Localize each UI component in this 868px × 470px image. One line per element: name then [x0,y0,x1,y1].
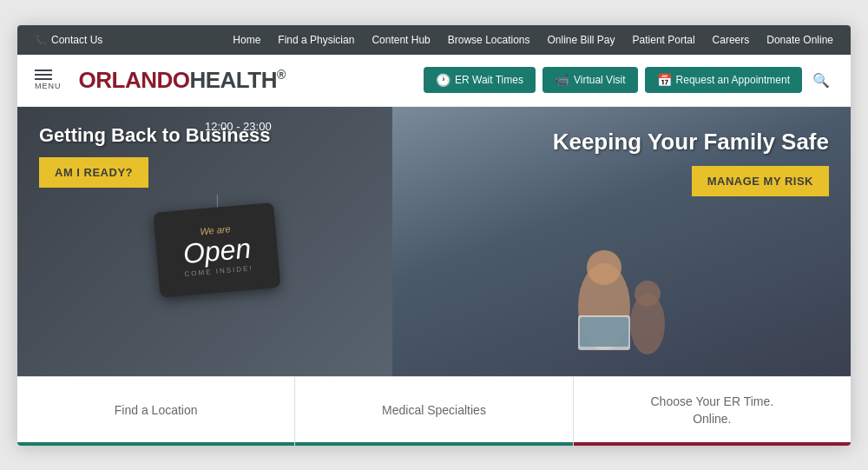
nav-donate[interactable]: Donate Online [766,34,833,46]
logo-orlando: ORLANDO [79,67,190,93]
logo[interactable]: ORLANDOHEALTH® [79,67,286,94]
nav-content-hub[interactable]: Content Hub [372,34,430,46]
menu-label: MENU [35,82,62,90]
video-icon [555,73,569,87]
search-icon [812,71,830,89]
hero-right-content: Keeping Your Family Safe MANAGE MY RISK [414,129,829,196]
family-illustration [535,202,708,376]
hero-left-panel: 12:00 - 23:00 Getting Back to Business A… [17,107,392,376]
top-nav-links: Home Find a Physician Content Hub Browse… [233,34,833,46]
nav-locations[interactable]: Browse Locations [448,34,530,46]
browser-frame: Contact Us Home Find a Physician Content… [17,25,851,446]
hero-banner: 12:00 - 23:00 Getting Back to Business A… [17,107,851,376]
contact-label: Contact Us [51,34,102,46]
manage-my-risk-button[interactable]: MANAGE MY RISK [692,166,829,196]
hero-right-panel: Keeping Your Family Safe MANAGE MY RISK [392,107,851,376]
hero-right-title: Keeping Your Family Safe [553,129,829,156]
am-i-ready-button[interactable]: AM I READY? [39,157,148,188]
open-sign-text: Open [181,232,253,270]
nav-patient-portal[interactable]: Patient Portal [633,34,695,46]
hero-left-title: Getting Back to Business [39,124,371,147]
nav-home[interactable]: Home [233,34,260,46]
logo-reg: ® [277,68,286,82]
sign-chain [216,194,217,207]
hamburger-icon [35,70,52,80]
nav-careers[interactable]: Careers [713,34,750,46]
svg-point-1 [587,250,621,285]
header: MENU ORLANDOHEALTH® ER Wait Times Virtua… [17,55,851,107]
open-sign: We are Open COME INSIDE! [153,202,280,297]
hero-left-content: Getting Back to Business AM I READY? [39,124,371,188]
find-location-label: Find a Location [115,402,198,420]
search-button[interactable] [809,68,833,93]
header-buttons: ER Wait Times Virtual Visit Request an A… [424,67,833,93]
medical-specialties-card[interactable]: Medical Specialties [295,377,573,446]
svg-rect-3 [580,317,628,347]
er-wait-times-button[interactable]: ER Wait Times [424,67,536,93]
menu-button[interactable]: MENU [35,70,62,90]
choose-er-time-card[interactable]: Choose Your ER Time. Online. [574,377,851,446]
open-sign-area: We are Open COME INSIDE! [156,207,277,292]
svg-point-5 [635,281,661,307]
clock-icon [436,73,450,87]
request-appointment-button[interactable]: Request an Appointment [645,67,802,93]
er-time-label: Choose Your ER Time. Online. [651,394,774,427]
nav-bill-pay[interactable]: Online Bill Pay [548,34,615,46]
virtual-visit-button[interactable]: Virtual Visit [542,67,638,93]
top-nav: Contact Us Home Find a Physician Content… [17,25,851,55]
find-location-card[interactable]: Find a Location [17,377,295,446]
logo-health: HEALTH [189,67,277,93]
contact-us-link[interactable]: Contact Us [35,34,102,46]
bottom-cards: Find a Location Medical Specialties Choo… [17,376,851,446]
medical-specialties-label: Medical Specialties [382,402,486,420]
nav-physician[interactable]: Find a Physician [278,34,354,46]
phone-icon [35,34,47,46]
calendar-icon [657,73,672,87]
